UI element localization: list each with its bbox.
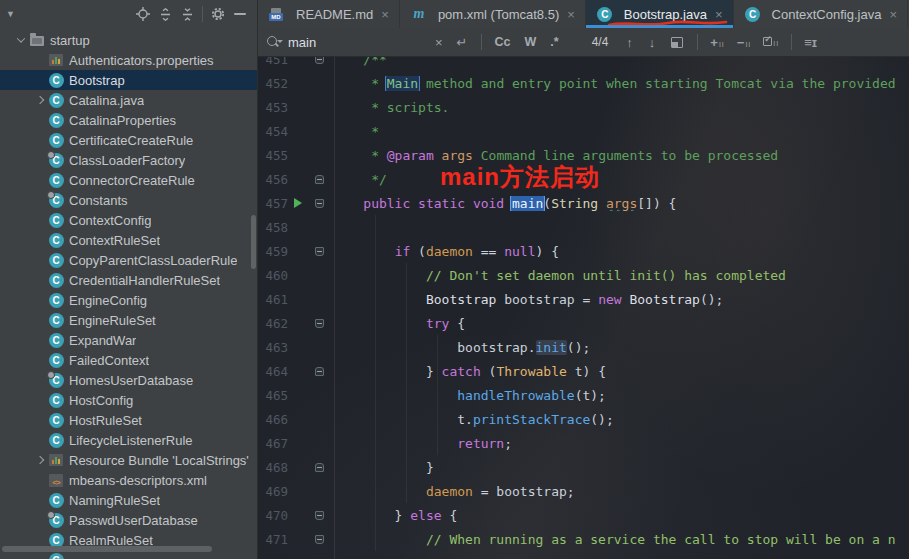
fold-marker[interactable] [306,175,332,184]
tree-item[interactable]: CCatalina.java [0,90,257,110]
collapse-all-icon[interactable] [176,4,198,24]
tree-item[interactable]: CContextConfig [0,210,257,230]
fold-marker[interactable] [306,319,332,328]
fold-marker[interactable] [306,199,332,208]
locate-file-icon[interactable] [132,4,154,24]
fold-up-icon [315,367,324,376]
line-number[interactable]: 456 [258,172,290,187]
tab-readme-md[interactable]: MDREADME.md× [258,0,400,28]
select-all-occurrences-icon[interactable]: II [763,37,779,47]
open-in-find-window-icon[interactable] [671,37,683,48]
tree-item[interactable]: CFailedContext [0,350,257,370]
tree-item[interactable]: CConnectorCreateRule [0,170,257,190]
filter-search-results-icon[interactable]: ≡ɪ [804,35,817,50]
tree-item[interactable]: startup [0,30,257,50]
code-line: 467 return; [258,431,909,455]
tree-item-label: HostRuleSet [69,413,142,428]
tree-item[interactable]: CLifecycleListenerRule [0,430,257,450]
tree-item[interactable]: Authenticators.properties [0,50,257,70]
tree-item[interactable]: CEngineConfig [0,290,257,310]
line-number[interactable]: 461 [258,292,290,307]
tab-close-icon[interactable]: × [889,7,897,22]
tree-item[interactable]: <>mbeans-descriptors.xml [0,470,257,490]
line-number[interactable]: 458 [258,220,290,235]
run-line-marker[interactable] [290,198,306,208]
search-filter-funnel-icon[interactable] [831,35,842,50]
tree-item[interactable]: CNamingRuleSet [0,490,257,510]
fold-down-icon [315,199,324,208]
class-icon: C [47,72,65,88]
code-line: 452 * Main method and entry point when s… [258,71,909,95]
fold-marker[interactable] [306,463,332,472]
markdown-icon: MD [268,6,286,22]
code-editor[interactable]: 451 /**452 * Main method and entry point… [258,57,909,559]
fold-marker[interactable] [306,535,332,544]
tree-item[interactable]: CBootstrap [0,70,257,90]
search-input[interactable]: main [288,35,428,50]
tree-item[interactable]: CHostRuleSet [0,410,257,430]
tree-item[interactable]: CExpandWar [0,330,257,350]
search-icon[interactable] [266,35,280,49]
new-line-icon[interactable]: ↵ [457,35,468,50]
words-toggle[interactable]: W [524,35,536,49]
tree-item[interactable]: CHomesUserDatabase [0,370,257,390]
panel-collapse-icon[interactable]: ▼ [6,9,20,19]
fold-marker[interactable] [306,57,332,64]
line-number[interactable]: 459 [258,244,290,259]
line-number[interactable]: 471 [258,532,290,547]
line-number[interactable]: 455 [258,148,290,163]
fold-marker[interactable] [306,247,332,256]
line-number[interactable]: 470 [258,508,290,523]
regex-toggle[interactable]: .* [550,35,558,49]
settings-gear-icon[interactable] [207,4,229,24]
tree-item[interactable]: CCertificateCreateRule [0,130,257,150]
tree-horizontal-scrollbar[interactable] [2,546,212,552]
fold-marker[interactable] [306,367,332,376]
tab-pom-xml-tomcat8-5-[interactable]: mpom.xml (Tomcat8.5)× [400,0,586,28]
tab-close-icon[interactable]: × [567,7,575,22]
tree-item[interactable]: CPasswdUserDatabase [0,510,257,530]
line-number[interactable]: 453 [258,100,290,115]
remove-occurrence-icon[interactable]: −II [737,35,751,50]
expand-all-icon[interactable] [154,4,176,24]
tree-item[interactable]: CClassLoaderFactory [0,150,257,170]
tree-vertical-scrollbar[interactable] [251,215,256,269]
line-number[interactable]: 465 [258,388,290,403]
tree-item[interactable]: CHostConfig [0,390,257,410]
class-icon: C [47,232,65,248]
tree-chevron-right-icon[interactable] [33,457,47,463]
line-number[interactable]: 454 [258,124,290,139]
line-number[interactable]: 468 [258,460,290,475]
hide-panel-icon[interactable] [229,4,251,24]
line-number[interactable]: 469 [258,484,290,499]
tree-item[interactable]: CConstants [0,190,257,210]
line-number[interactable]: 460 [258,268,290,283]
match-case-toggle[interactable]: Cc [495,35,511,49]
tree-chevron-down-icon[interactable] [14,37,28,43]
tab-bootstrap-java[interactable]: CBootstrap.java× [586,0,734,28]
next-occurrence-button[interactable]: ↓ [649,35,656,50]
tab-contextconfig-java[interactable]: CContextConfig.java× [734,0,908,28]
tree-item[interactable]: CCatalinaProperties [0,110,257,130]
line-number[interactable]: 463 [258,340,290,355]
editor-tabbar: MDREADME.md×mpom.xml (Tomcat8.5)×CBootst… [258,0,909,28]
tree-item[interactable]: CCopyParentClassLoaderRule [0,250,257,270]
tree-chevron-right-icon[interactable] [33,97,47,103]
tab-label: pom.xml (Tomcat8.5) [438,7,559,22]
fold-marker[interactable] [306,511,332,520]
previous-occurrence-button[interactable]: ↑ [626,35,633,50]
tree-item[interactable]: Resource Bundle 'LocalStrings' [0,450,257,470]
tree-item[interactable]: CContextRuleSet [0,230,257,250]
tab-close-icon[interactable]: × [381,7,389,22]
line-number[interactable]: 457 [258,196,290,211]
line-number[interactable]: 466 [258,412,290,427]
line-number[interactable]: 467 [258,436,290,451]
add-occurrence-icon[interactable]: +II [710,35,724,50]
line-number[interactable]: 451 [258,57,290,67]
clear-search-icon[interactable]: × [435,35,443,50]
line-number[interactable]: 464 [258,364,290,379]
tree-item[interactable]: CCredentialHandlerRuleSet [0,270,257,290]
line-number[interactable]: 462 [258,316,290,331]
tree-item[interactable]: CEngineRuleSet [0,310,257,330]
line-number[interactable]: 452 [258,76,290,91]
